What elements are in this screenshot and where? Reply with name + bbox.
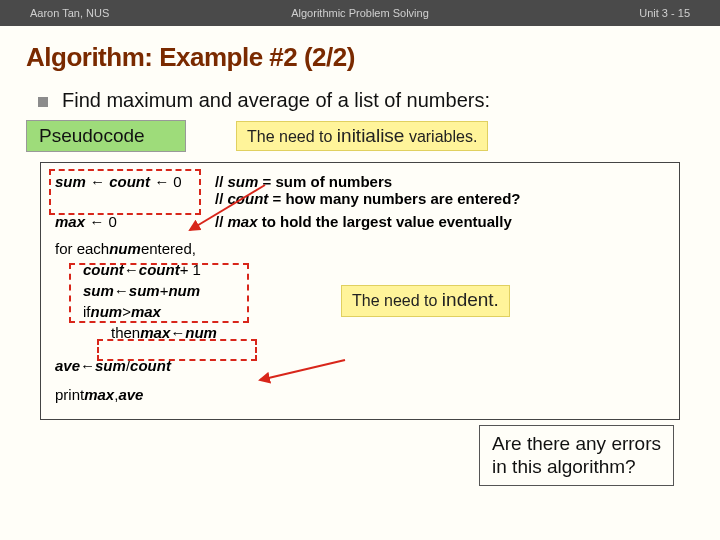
code-row: max ← 0 // max to hold the largest value… bbox=[55, 213, 667, 230]
author: Aaron Tan, NUS bbox=[30, 7, 109, 19]
callout-initialise: The need to initialise variables. bbox=[236, 121, 488, 151]
question-box: Are there any errors in this algorithm? bbox=[479, 425, 674, 487]
bullet-line: Find maximum and average of a list of nu… bbox=[0, 83, 720, 120]
slide-title: Algorithm: Example #2 (2/2) bbox=[0, 26, 720, 83]
course-title: Algorithmic Problem Solving bbox=[291, 7, 429, 19]
code-row: for each num entered, bbox=[55, 240, 667, 257]
pseudocode-label: Pseudocode bbox=[26, 120, 186, 152]
code-row: print max, ave bbox=[55, 386, 667, 403]
code-row: ave ← sum / count bbox=[55, 357, 667, 374]
code-row: sum ← count ← 0 // sum = sum of numbers … bbox=[55, 173, 667, 207]
code-row: then max ← num bbox=[55, 324, 667, 341]
slide-number: Unit 3 - 15 bbox=[639, 7, 690, 19]
code-row: count ← count + 1 bbox=[55, 261, 667, 278]
bullet-icon bbox=[38, 97, 48, 107]
pseudo-header-row: Pseudocode The need to initialise variab… bbox=[0, 120, 720, 156]
code-box: sum ← count ← 0 // sum = sum of numbers … bbox=[40, 162, 680, 420]
bullet-text: Find maximum and average of a list of nu… bbox=[62, 89, 490, 112]
callout-indent: The need to indent. bbox=[341, 285, 510, 317]
top-bar: Aaron Tan, NUS Algorithmic Problem Solvi… bbox=[0, 0, 720, 26]
